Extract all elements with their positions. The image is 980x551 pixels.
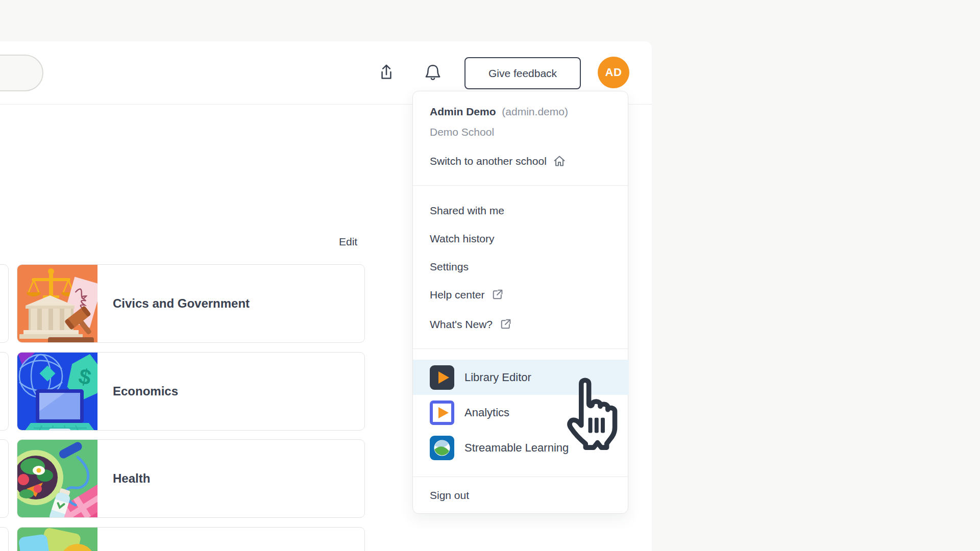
menu-item-label: Settings [430, 261, 469, 273]
menu-item-analytics[interactable]: Analytics [413, 395, 629, 430]
economics-illustration: $ [17, 353, 97, 430]
notifications-button[interactable] [421, 60, 445, 85]
menu-item-label: Watch history [430, 233, 494, 245]
category-card-partial[interactable] [0, 439, 9, 518]
menu-item-label: What's New? [430, 318, 493, 331]
category-card-health[interactable]: Health [17, 439, 365, 518]
category-card-economics[interactable]: $ Economics [17, 352, 365, 431]
menu-item-watch-history[interactable]: Watch history [430, 224, 494, 253]
switch-school-label: Switch to another school [430, 155, 547, 167]
sign-out-label: Sign out [430, 489, 469, 502]
school-name: Demo School [430, 126, 494, 138]
menu-divider [413, 348, 628, 349]
menu-item-label: Help center [430, 289, 484, 301]
user-name: Admin Demo [430, 106, 496, 117]
menu-divider [413, 185, 628, 186]
page: Give feedback AD Edit [0, 0, 980, 551]
app-label: Library Editor [464, 371, 531, 384]
edit-link[interactable]: Edit [339, 236, 357, 248]
category-title: Health [113, 471, 150, 486]
app-label: Streamable Learning [464, 441, 569, 455]
menu-item-streamable-learning[interactable]: Streamable Learning [413, 430, 629, 465]
analytics-icon [430, 400, 454, 425]
health-illustration [17, 440, 97, 517]
external-link-icon [499, 318, 511, 331]
app-label: Analytics [464, 406, 509, 419]
external-link-icon [491, 288, 503, 301]
bell-icon [423, 62, 443, 83]
category-card-life-skills[interactable]: Life Skills [17, 527, 365, 551]
streamable-learning-icon [430, 436, 454, 460]
menu-item-sign-out[interactable]: Sign out [430, 477, 469, 514]
share-icon [376, 62, 397, 83]
menu-item-library-editor[interactable]: Library Editor [413, 360, 629, 395]
menu-item-help-center[interactable]: Help center [430, 281, 503, 309]
menu-item-settings[interactable]: Settings [430, 253, 469, 281]
home-icon [552, 154, 567, 168]
life-skills-illustration [17, 528, 97, 551]
civics-illustration [17, 265, 97, 342]
give-feedback-button[interactable]: Give feedback [464, 57, 581, 89]
menu-item-switch-school[interactable]: Switch to another school [430, 149, 567, 173]
share-button[interactable] [374, 60, 399, 85]
avatar[interactable]: AD [598, 57, 629, 88]
search-pill[interactable] [0, 55, 43, 91]
category-title: Civics and Government [113, 296, 250, 311]
library-editor-icon [430, 365, 454, 390]
category-card-civics[interactable]: Civics and Government [17, 264, 365, 343]
menu-item-label: Shared with me [430, 205, 504, 217]
user-name-line: Admin Demo (admin.demo) [430, 106, 568, 118]
menu-item-shared-with-me[interactable]: Shared with me [430, 196, 504, 224]
menu-item-whats-new[interactable]: What's New? [430, 310, 511, 338]
category-title: Economics [113, 384, 178, 398]
category-card-partial[interactable] [0, 352, 9, 431]
category-card-partial[interactable] [0, 264, 9, 343]
category-card-partial[interactable] [0, 527, 9, 551]
user-handle: (admin.demo) [502, 106, 568, 117]
account-menu: Admin Demo (admin.demo) Demo School Swit… [412, 91, 628, 514]
